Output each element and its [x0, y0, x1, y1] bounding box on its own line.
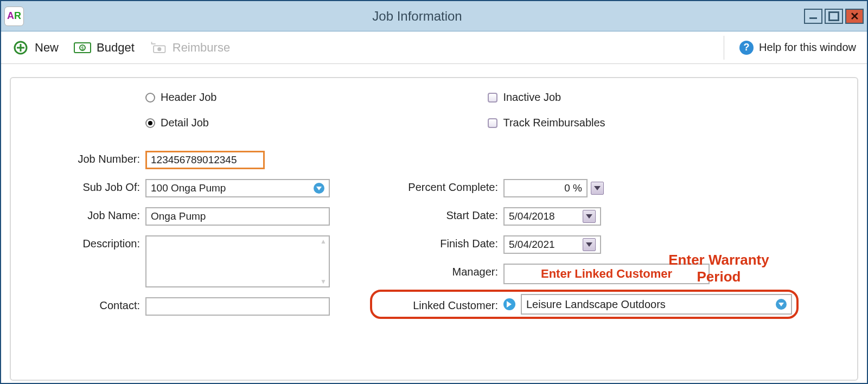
- linked-customer-row: Linked Customer: Leisure Landscape Outdo…: [384, 294, 792, 315]
- new-button[interactable]: New: [12, 40, 59, 55]
- contact-input[interactable]: [145, 297, 330, 316]
- detail-job-label: Detail Job: [161, 117, 209, 129]
- job-name-label: Job Name:: [37, 207, 140, 222]
- close-button[interactable]: [845, 9, 864, 24]
- help-icon: ?: [739, 41, 754, 55]
- top-options: Header Job Detail Job Inactive Job Track…: [37, 91, 831, 129]
- contact-label: Contact:: [37, 297, 140, 312]
- finish-date-label: Finish Date:: [384, 235, 498, 250]
- chevron-down-icon[interactable]: [591, 182, 604, 195]
- job-number-label: Job Number:: [37, 151, 140, 165]
- new-label: New: [35, 41, 59, 55]
- scroll-hint: ▲▼: [319, 238, 328, 285]
- window-controls: [804, 9, 864, 24]
- plus-icon: [12, 40, 29, 55]
- form-area: Job Number: 123456789012345 Sub Job Of: …: [37, 151, 831, 316]
- start-date-label: Start Date:: [384, 207, 498, 222]
- minimize-button[interactable]: [804, 9, 822, 24]
- annotation-warranty: Enter Warranty Period: [646, 252, 792, 285]
- reimburse-label: Reimburse: [173, 41, 230, 55]
- sub-job-combo[interactable]: 100 Onga Pump: [145, 179, 330, 197]
- description-label: Description:: [37, 235, 140, 250]
- inactive-label: Inactive Job: [503, 91, 561, 104]
- money-icon: $: [74, 40, 91, 55]
- inactive-checkbox[interactable]: [488, 93, 497, 103]
- help-label: Help for this window: [759, 41, 856, 54]
- linked-customer-label: Linked Customer:: [384, 297, 498, 312]
- reimburse-icon: [150, 40, 167, 55]
- chevron-down-icon[interactable]: [583, 238, 596, 251]
- linked-customer-combo[interactable]: Leisure Landscape Outdoors: [521, 294, 792, 315]
- track-reimbursables-label: Track Reimbursables: [503, 117, 605, 129]
- header-job-label: Header Job: [161, 91, 216, 104]
- start-date-input[interactable]: 5/04/2018: [503, 207, 601, 226]
- toolbar-separator: [724, 36, 724, 60]
- maximize-button[interactable]: [825, 9, 843, 24]
- job-number-input[interactable]: 123456789012345: [145, 151, 265, 169]
- percent-complete-label: Percent Complete:: [384, 179, 498, 194]
- description-textarea[interactable]: ▲▼: [145, 235, 330, 287]
- budget-button[interactable]: $ Budget: [74, 40, 135, 55]
- svg-text:$: $: [81, 46, 84, 51]
- titlebar: AR Job Information: [1, 1, 867, 31]
- reimburse-button[interactable]: Reimburse: [150, 40, 230, 55]
- sub-job-label: Sub Job Of:: [37, 179, 140, 194]
- job-info-window: AR Job Information New: [0, 0, 868, 384]
- toolbar: New $ Budget Reimburse: [1, 31, 867, 64]
- track-reimbursables-checkbox[interactable]: [488, 118, 497, 128]
- chevron-down-icon[interactable]: [776, 299, 787, 310]
- app-icon: AR: [4, 7, 24, 26]
- help-link[interactable]: ? Help for this window: [739, 41, 856, 55]
- finish-date-input[interactable]: 5/04/2021: [503, 235, 601, 254]
- left-column: Job Number: 123456789012345 Sub Job Of: …: [37, 151, 330, 316]
- right-column: Percent Complete: 0 % Start Date: 5/04/2…: [384, 151, 792, 316]
- percent-complete-input[interactable]: 0 %: [503, 179, 588, 197]
- form-panel: Header Job Detail Job Inactive Job Track…: [10, 77, 858, 381]
- detail-job-radio[interactable]: [145, 118, 155, 128]
- arrow-right-icon[interactable]: [503, 298, 515, 310]
- chevron-down-icon[interactable]: [314, 183, 324, 194]
- chevron-down-icon[interactable]: [583, 210, 596, 223]
- header-job-radio[interactable]: [145, 93, 155, 103]
- job-name-input[interactable]: Onga Pump: [145, 207, 330, 226]
- svg-point-7: [157, 47, 161, 51]
- manager-label: Manager:: [384, 264, 498, 278]
- budget-label: Budget: [97, 41, 135, 55]
- window-title: Job Information: [30, 9, 804, 24]
